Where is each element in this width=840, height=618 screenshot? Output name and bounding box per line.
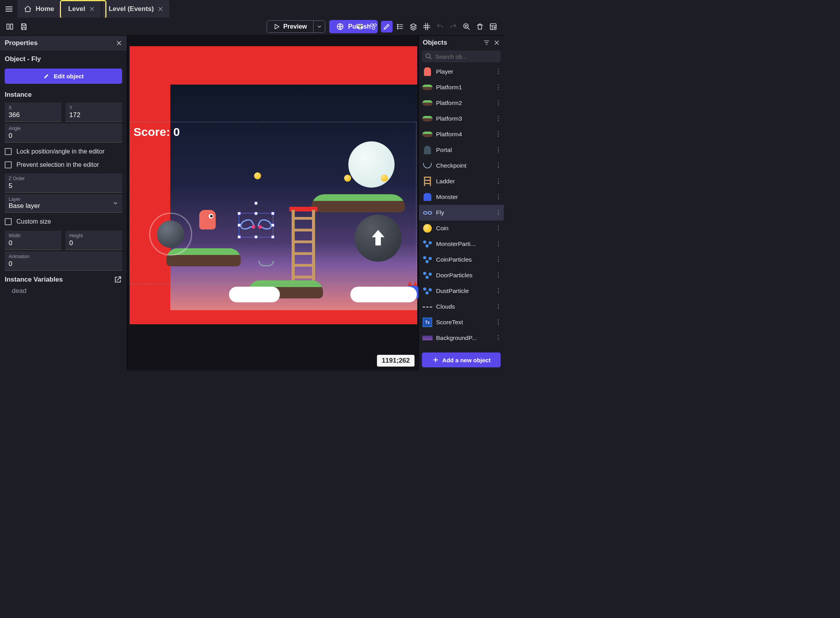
- object-item-platform3[interactable]: Platform3⋮: [419, 111, 504, 126]
- object-item-platform2[interactable]: Platform2⋮: [419, 95, 504, 111]
- layers-button[interactable]: [407, 21, 419, 33]
- redo-button[interactable]: [447, 21, 459, 33]
- svg-rect-0: [7, 24, 9, 29]
- kebab-icon[interactable]: ⋮: [495, 287, 501, 295]
- search-input[interactable]: [435, 53, 498, 60]
- object-item-doorparticles[interactable]: DoorParticles⋮: [419, 267, 504, 283]
- zoom-button[interactable]: [461, 21, 472, 33]
- object-item-checkpoint[interactable]: Checkpoint⋮: [419, 158, 504, 173]
- object-item-dustparticle[interactable]: DustParticle⋮: [419, 283, 504, 299]
- kebab-icon[interactable]: ⋮: [495, 146, 501, 154]
- prevent-selection-checkbox[interactable]: Prevent selection in the editor: [5, 161, 122, 169]
- preview-label: Preview: [283, 23, 307, 30]
- object-item-platform4[interactable]: Platform4⋮: [419, 126, 504, 142]
- objects-group-button[interactable]: [368, 21, 379, 33]
- add-object-button[interactable]: Add a new object: [422, 352, 501, 367]
- layer-field[interactable]: Layer Base layer: [5, 194, 122, 213]
- cloud-object[interactable]: [350, 287, 417, 302]
- animation-field[interactable]: Animation 0: [5, 251, 122, 271]
- edit-mode-button[interactable]: [381, 21, 393, 33]
- kebab-icon[interactable]: ⋮: [495, 319, 501, 326]
- object-item-monster[interactable]: Monster⋮: [419, 189, 504, 205]
- kebab-icon[interactable]: ⋮: [495, 209, 501, 216]
- scene-canvas[interactable]: Score: 0 1191;262: [127, 36, 418, 370]
- preview-dropdown[interactable]: [313, 21, 325, 33]
- external-link-icon[interactable]: [114, 275, 122, 284]
- checkbox-box: [5, 148, 12, 155]
- close-icon[interactable]: [89, 6, 95, 12]
- kebab-icon[interactable]: ⋮: [495, 178, 501, 185]
- object-item-ladder[interactable]: Ladder⋮: [419, 173, 504, 189]
- object-item-unnamed[interactable]: ⋮: [419, 346, 504, 349]
- close-icon[interactable]: [116, 40, 122, 46]
- lock-position-checkbox[interactable]: Lock position/angle in the editor: [5, 147, 122, 156]
- object-item-coin[interactable]: Coin⋮: [419, 220, 504, 236]
- save-button[interactable]: [19, 22, 29, 32]
- kebab-icon[interactable]: ⋮: [495, 84, 501, 91]
- close-icon[interactable]: [494, 40, 500, 46]
- kebab-icon[interactable]: ⋮: [495, 256, 501, 263]
- object-item-monsterparti...[interactable]: MonsterParti...⋮: [419, 236, 504, 252]
- joystick-object[interactable]: [149, 213, 192, 256]
- object-list[interactable]: Player⋮Platform1⋮Platform2⋮Platform3⋮Pla…: [419, 64, 504, 349]
- y-label: Y: [69, 105, 118, 110]
- kebab-icon[interactable]: ⋮: [495, 99, 501, 107]
- object-item-backgroundp...[interactable]: BackgroundP...⋮: [419, 330, 504, 346]
- object-search[interactable]: [422, 51, 501, 62]
- tab-level[interactable]: Level: [62, 0, 101, 18]
- object-item-coinparticles[interactable]: CoinParticles⋮: [419, 252, 504, 267]
- close-icon[interactable]: [158, 6, 163, 12]
- object-item-platform1[interactable]: Platform1⋮: [419, 80, 504, 95]
- grid-button[interactable]: [421, 21, 433, 33]
- cloud-object[interactable]: [229, 287, 280, 302]
- jump-button-object[interactable]: [355, 215, 402, 262]
- filter-icon[interactable]: [483, 40, 490, 46]
- edit-object-button[interactable]: Edit object: [5, 69, 122, 84]
- width-value: 0: [9, 239, 58, 247]
- object-item-fly[interactable]: Fly⋮: [419, 205, 504, 220]
- cube-button[interactable]: [354, 21, 366, 33]
- kebab-icon[interactable]: ⋮: [495, 334, 501, 342]
- instance-section-title: Instance: [5, 91, 122, 99]
- zorder-field[interactable]: Z Order 5: [5, 173, 122, 193]
- object-label: Object - Fly: [5, 55, 122, 63]
- kebab-icon[interactable]: ⋮: [495, 131, 501, 138]
- main-menu-button[interactable]: [0, 0, 18, 18]
- object-item-player[interactable]: Player⋮: [419, 64, 504, 80]
- angle-field[interactable]: Angle 0: [5, 123, 122, 143]
- object-item-label: CoinParticles: [436, 256, 492, 263]
- kebab-icon[interactable]: ⋮: [495, 240, 501, 248]
- object-item-label: DustParticle: [436, 287, 492, 295]
- y-value: 172: [69, 111, 118, 119]
- cursor-coordinates: 1191;262: [377, 355, 415, 367]
- width-label: Width: [9, 233, 58, 239]
- list-button[interactable]: [394, 21, 406, 33]
- settings-panel-button[interactable]: [487, 21, 499, 33]
- kebab-icon[interactable]: ⋮: [495, 303, 501, 310]
- height-field[interactable]: Height 0: [65, 231, 122, 250]
- kebab-icon[interactable]: ⋮: [495, 272, 501, 279]
- object-item-scoretext[interactable]: TxScoreText⋮: [419, 314, 504, 330]
- score-text[interactable]: Score: 0: [133, 125, 180, 139]
- preview-button[interactable]: Preview: [267, 21, 313, 33]
- width-field[interactable]: Width 0: [5, 231, 61, 250]
- undo-button[interactable]: [434, 21, 446, 33]
- y-field[interactable]: Y 172: [65, 103, 122, 122]
- layer-value: Base layer: [9, 202, 40, 210]
- x-field[interactable]: X 366: [5, 103, 61, 122]
- object-item-clouds[interactable]: Clouds⋮: [419, 299, 504, 314]
- kebab-icon[interactable]: ⋮: [495, 115, 501, 122]
- kebab-icon[interactable]: ⋮: [495, 225, 501, 232]
- tab-home[interactable]: Home: [18, 0, 60, 18]
- kebab-icon[interactable]: ⋮: [495, 162, 501, 169]
- object-item-portal[interactable]: Portal⋮: [419, 142, 504, 158]
- panel-layout-button[interactable]: [5, 22, 15, 32]
- tab-level-events[interactable]: Level (Events): [103, 0, 169, 18]
- angle-value: 0: [9, 132, 118, 140]
- variable-dead[interactable]: dead: [5, 284, 122, 298]
- delete-button[interactable]: [474, 21, 486, 33]
- caret-down-icon: [317, 24, 322, 29]
- kebab-icon[interactable]: ⋮: [495, 193, 501, 201]
- custom-size-checkbox[interactable]: Custom size: [5, 217, 122, 226]
- kebab-icon[interactable]: ⋮: [495, 68, 501, 75]
